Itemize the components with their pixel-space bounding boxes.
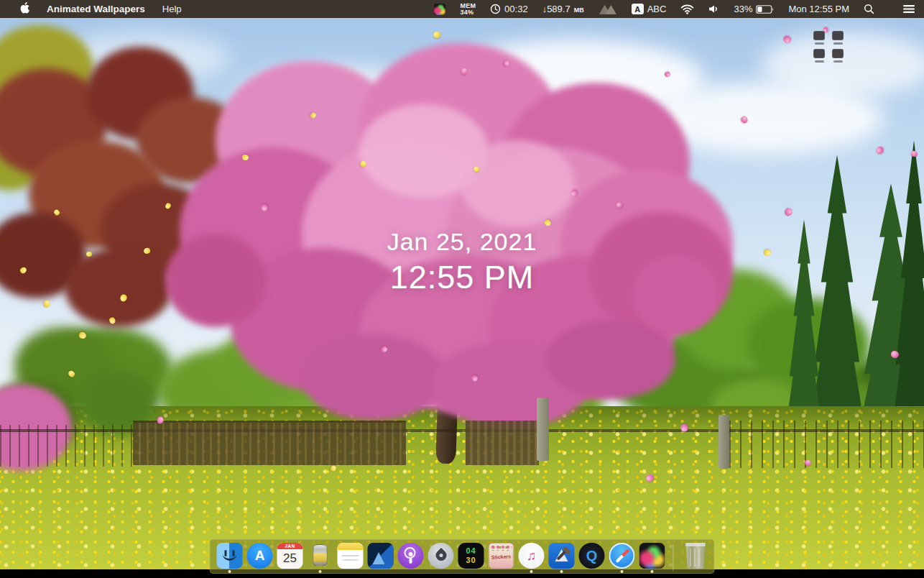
petal [108,316,116,325]
petal [330,465,336,472]
timer-value: 00:32 [504,4,528,14]
dock: AJAN250430Stickers♫Q [210,539,715,574]
petal [53,208,61,216]
dock-icon-safari[interactable] [609,543,636,573]
desktop: Animated Wallpapers Help MEM 34% 00:32 ↓… [0,0,924,578]
petal [310,111,317,119]
petal [459,67,468,76]
dock-icon-trash[interactable] [681,543,708,573]
stack-cell [832,49,844,63]
running-indicator-dot [530,570,533,573]
apple-menu-icon[interactable] [20,2,29,16]
running-indicator-dot [319,570,322,573]
petal [782,35,793,45]
dock-icon-rocket[interactable] [428,543,455,573]
battery-status[interactable]: 33% [734,4,774,14]
input-source-switcher[interactable]: A ABC [632,4,667,14]
petal [43,300,50,308]
download-value: ↓589.7 [542,4,570,14]
wifi-icon[interactable] [680,4,694,14]
running-indicator-dot [560,570,563,573]
wallpaper: Jan 25, 2021 12:55 PM [0,18,924,569]
stack-cell [832,31,844,45]
petal [473,166,480,173]
dock-separator [673,544,674,572]
petal [78,331,87,339]
menu-help[interactable]: Help [162,4,182,14]
petal [259,203,269,212]
petal [157,416,164,424]
timer-status[interactable]: 00:32 [490,4,528,14]
volume-icon[interactable] [708,4,719,14]
mountain-icon[interactable] [599,4,617,14]
petal [570,189,578,197]
petal [616,201,624,208]
petal [680,423,688,432]
memory-status[interactable]: MEM 34% [460,3,476,15]
petal [804,459,813,467]
battery-icon [756,5,774,14]
battery-percent: 33% [734,4,752,14]
petal [784,207,794,217]
stack-cell [813,31,825,45]
download-speed-status[interactable]: ↓589.7MB [542,4,584,14]
desktop-stack-icon[interactable] [813,31,844,63]
petal [664,71,671,78]
dock-icon-finder[interactable] [216,543,244,573]
petal [874,145,885,156]
dock-icon-stickers[interactable]: Stickers [488,543,515,573]
petal [645,473,655,484]
input-letter-badge: A [632,4,644,14]
memory-value: 34% [460,9,476,16]
dock-icon-podcasts[interactable] [397,543,425,573]
running-indicator-dot [621,570,624,573]
petal [433,32,440,38]
running-indicator-dot [651,570,654,573]
dock-icon-app-store[interactable]: A [246,543,274,573]
petal [380,345,389,353]
overlay-date: Jan 25, 2021 [0,228,924,256]
wallpaper-clock-overlay: Jan 25, 2021 12:55 PM [0,228,924,296]
petal [910,150,918,157]
dock-icon-affinity-designer[interactable] [367,543,394,573]
petal [502,60,509,68]
petal [740,115,749,124]
menu-clock[interactable]: Mon 12:55 PM [788,4,849,14]
running-indicator-dot [228,570,231,573]
input-layout-label: ABC [647,4,667,14]
petal [242,155,249,160]
clock-outline-icon [490,4,501,14]
dock-icon-animated-wallpapers[interactable] [639,543,666,573]
menu-bar: Animated Wallpapers Help MEM 34% 00:32 ↓… [0,0,924,18]
petal [68,370,76,378]
wallpaper-app-status-icon[interactable] [434,4,445,15]
petal [543,219,552,227]
dock-icon-quicktime[interactable]: Q [578,543,606,573]
dock-icon-calendar[interactable]: JAN25 [277,543,304,573]
overlay-time: 12:55 PM [0,259,924,296]
petal [891,351,899,358]
petal [471,375,479,382]
app-menu-title[interactable]: Animated Wallpapers [47,4,145,14]
spotlight-search-icon[interactable] [864,4,874,14]
stack-cell [813,49,825,63]
dock-icon-notes[interactable] [337,543,364,573]
dock-icon-battery[interactable] [307,543,334,573]
dock-icon-music[interactable]: ♫ [518,543,545,573]
petal [359,160,366,168]
download-unit: MB [574,6,584,14]
petal [165,202,172,209]
dock-icon-watch-clock[interactable]: 0430 [458,543,485,573]
list-menu-icon[interactable] [903,4,915,14]
confetti-icon [434,4,445,15]
dock-icon-xcode[interactable] [548,543,576,573]
